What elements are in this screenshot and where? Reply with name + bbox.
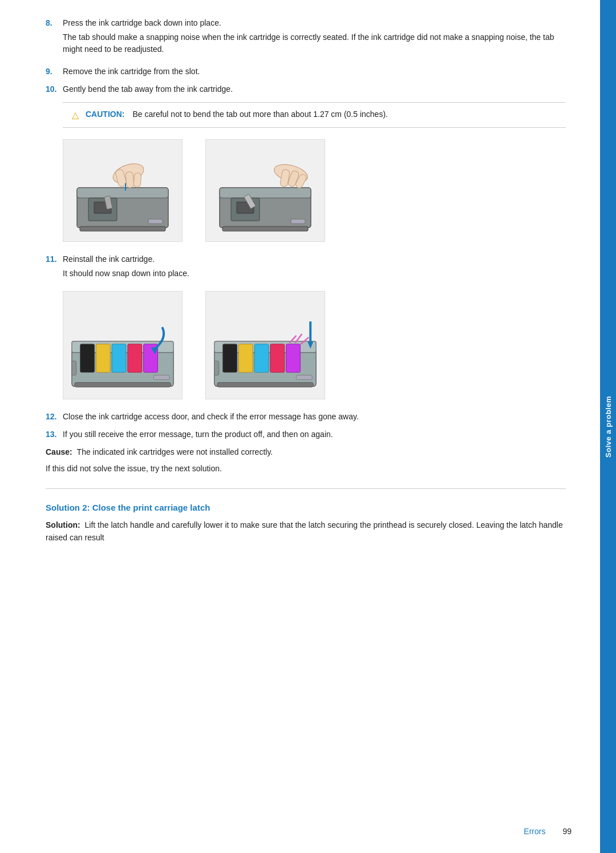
step-9: 9. Remove the ink cartridge from the slo…: [46, 66, 566, 78]
svg-rect-21: [222, 227, 308, 231]
caution-box: △ CAUTION: Be careful not to bend the ta…: [63, 102, 566, 128]
svg-rect-40: [286, 344, 301, 373]
step-13-main: If you still receive the error message, …: [63, 430, 333, 439]
step-8: 8. Press the ink cartridge back down int…: [46, 17, 566, 60]
cause-text: The indicated ink cartridges were not in…: [77, 447, 273, 456]
cartridge-install-right: [205, 291, 325, 399]
svg-rect-37: [238, 344, 253, 373]
svg-rect-22: [291, 219, 305, 224]
side-tab-label: Solve a problem: [604, 396, 613, 458]
step-8-main: Press the ink cartridge back down into p…: [63, 18, 221, 27]
step-12-main: Close the ink cartridge access door, and…: [63, 412, 359, 421]
hand-bend-image: [205, 139, 325, 242]
hand-images-row: [63, 139, 566, 242]
svg-rect-8: [133, 173, 141, 188]
svg-rect-7: [125, 171, 134, 188]
svg-rect-10: [80, 227, 165, 231]
svg-rect-25: [80, 344, 95, 373]
step-8-num: 8.: [46, 17, 63, 60]
step-13-content: If you still receive the error message, …: [63, 428, 566, 440]
solution2-body: Solution: Lift the latch handle and care…: [46, 519, 566, 544]
footer-pagenum: 99: [562, 827, 572, 836]
step-11-num: 11.: [46, 253, 63, 280]
step-11-sub: It should now snap down into place.: [63, 268, 566, 280]
step-9-main: Remove the ink cartridge from the slot.: [63, 67, 200, 76]
svg-rect-31: [75, 382, 171, 387]
step-12: 12. Close the ink cartridge access door,…: [46, 411, 566, 423]
solution2-label: Solution:: [46, 520, 80, 529]
svg-rect-36: [223, 344, 237, 373]
svg-rect-28: [128, 344, 142, 373]
step-10-num: 10.: [46, 83, 63, 95]
section-divider: [46, 488, 566, 489]
svg-rect-32: [153, 375, 169, 379]
step-12-num: 12.: [46, 411, 63, 423]
svg-rect-11: [148, 219, 163, 224]
footer-errors-label: Errors: [524, 827, 545, 836]
solution2-text: Lift the latch handle and carefully lowe…: [46, 520, 563, 542]
svg-rect-13: [220, 188, 311, 198]
step-8-content: Press the ink cartridge back down into p…: [63, 17, 566, 60]
caution-triangle-icon: △: [72, 110, 79, 120]
svg-rect-47: [214, 361, 219, 375]
step-10: 10. Gently bend the tab away from the in…: [46, 83, 566, 95]
caution-text: Be careful not to bend the tab out more …: [132, 110, 388, 119]
svg-rect-45: [217, 382, 313, 387]
side-tab: Solve a problem: [600, 0, 616, 853]
step-13-num: 13.: [46, 428, 63, 440]
cartridge-install-left: [63, 291, 183, 399]
svg-rect-27: [112, 344, 126, 373]
svg-rect-39: [270, 344, 285, 373]
footer-right: Errors 99: [524, 827, 572, 836]
step-11: 11. Reinstall the ink cartridge. It shou…: [46, 253, 566, 280]
step-10-content: Gently bend the tab away from the ink ca…: [63, 83, 566, 95]
step-10-main: Gently bend the tab away from the ink ca…: [63, 84, 233, 94]
main-content: 8. Press the ink cartridge back down int…: [0, 0, 600, 853]
svg-rect-33: [72, 361, 76, 375]
step-11-main: Reinstall the ink cartridge.: [63, 254, 155, 264]
step-8-sub: The tab should make a snapping noise whe…: [63, 31, 566, 55]
footer: Errors 99: [46, 822, 572, 836]
cause-label: Cause:: [46, 447, 72, 456]
hand-push-image: [63, 139, 183, 242]
step-9-num: 9.: [46, 66, 63, 78]
step-13: 13. If you still receive the error messa…: [46, 428, 566, 440]
svg-rect-1: [77, 188, 168, 198]
caution-label: CAUTION:: [86, 110, 124, 119]
step-12-content: Close the ink cartridge access door, and…: [63, 411, 566, 423]
svg-rect-38: [254, 344, 269, 373]
svg-rect-46: [296, 375, 312, 379]
cartridge-images-row: [63, 291, 566, 399]
cause-line: Cause: The indicated ink cartridges were…: [46, 446, 566, 458]
step-11-content: Reinstall the ink cartridge. It should n…: [63, 253, 566, 280]
svg-rect-26: [96, 344, 110, 373]
solution2-heading: Solution 2: Close the print carriage lat…: [46, 503, 566, 512]
page-container: 8. Press the ink cartridge back down int…: [0, 0, 616, 853]
next-solution-text: If this did not solve the issue, try the…: [46, 463, 566, 475]
step-9-content: Remove the ink cartridge from the slot.: [63, 66, 566, 78]
